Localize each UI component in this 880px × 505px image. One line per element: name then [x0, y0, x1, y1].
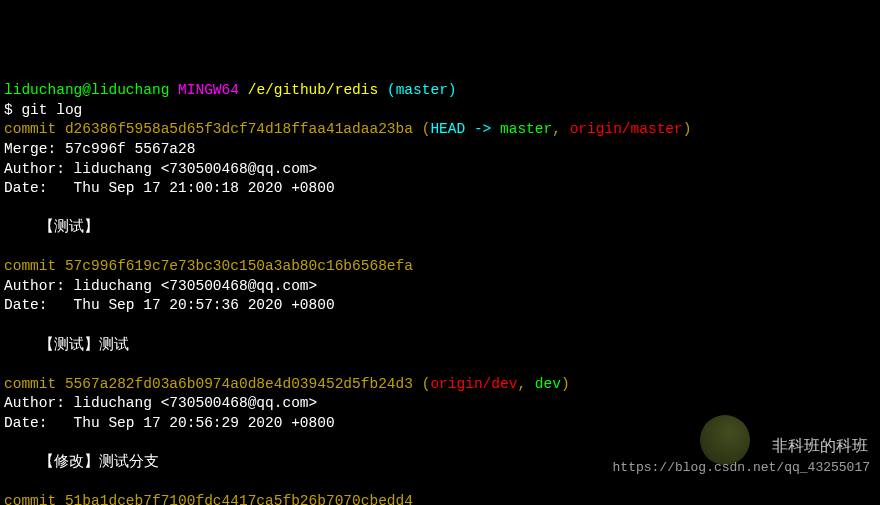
merge-line: Merge: 57c996f 5567a28	[4, 141, 195, 157]
commit-line: commit d26386f5958a5d65f3dcf74d18ffaa41a…	[4, 121, 413, 137]
refs-dev: dev	[535, 376, 561, 392]
refs-master: master	[500, 121, 552, 137]
commit-line: commit 5567a282fd03a6b0974a0d8e4d039452d…	[4, 376, 413, 392]
prompt-shell: MINGW64	[178, 82, 239, 98]
prompt-user: liduchang@liduchang	[4, 82, 169, 98]
watermark-text: 非科班的科班	[772, 435, 868, 457]
date-line: Date: Thu Sep 17 21:00:18 2020 +0800	[4, 180, 335, 196]
commit-message: 【测试】测试	[4, 337, 129, 353]
watermark-url: https://blog.csdn.net/qq_43255017	[613, 459, 870, 477]
date-line: Date: Thu Sep 17 20:57:36 2020 +0800	[4, 297, 335, 313]
commit-message: 【测试】	[4, 219, 99, 235]
author-line: Author: liduchang <730500468@qq.com>	[4, 161, 317, 177]
commit-line: commit 57c996f619c7e73bc30c150a3ab80c16b…	[4, 258, 413, 274]
prompt-cwd: /e/github/redis	[248, 82, 379, 98]
prompt-branch: (master)	[387, 82, 457, 98]
commit-message: 【修改】测试分支	[4, 454, 159, 470]
date-line: Date: Thu Sep 17 20:56:29 2020 +0800	[4, 415, 335, 431]
author-line: Author: liduchang <730500468@qq.com>	[4, 395, 317, 411]
author-line: Author: liduchang <730500468@qq.com>	[4, 278, 317, 294]
command-line: $ git log	[4, 102, 82, 118]
commit-line: commit 51ba1dceb7f7100fdc4417ca5fb26b707…	[4, 493, 413, 505]
watermark-logo	[700, 415, 750, 465]
refs-origin-master: origin/master	[570, 121, 683, 137]
refs-head: HEAD ->	[430, 121, 500, 137]
refs-origin-dev: origin/dev	[430, 376, 517, 392]
